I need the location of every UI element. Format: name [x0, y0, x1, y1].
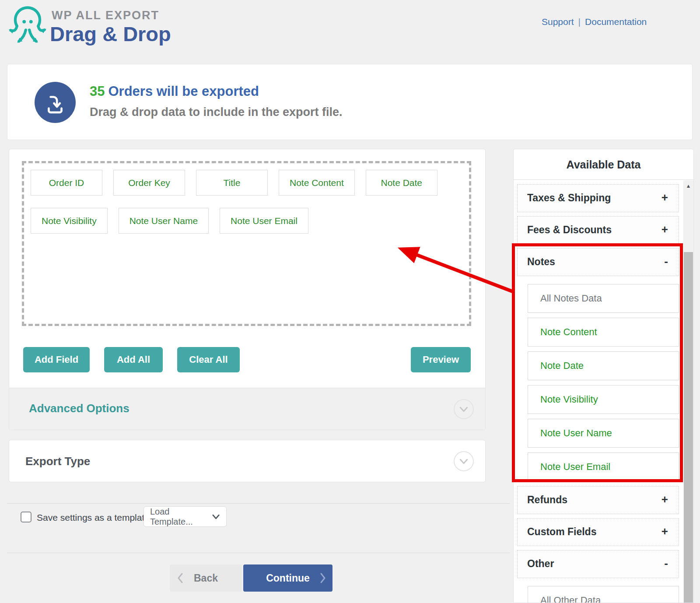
chevron-down-icon: [212, 514, 220, 520]
link-separator: |: [578, 17, 581, 27]
chevron-down-icon: [455, 452, 473, 471]
support-link[interactable]: Support: [542, 17, 574, 27]
collapse-toggle[interactable]: -: [664, 255, 668, 268]
group-label: Other: [527, 558, 554, 570]
scrollbar-thumb[interactable]: [684, 252, 693, 603]
add-all-button[interactable]: Add All: [104, 347, 163, 372]
field-item-label: All Notes Data: [540, 293, 602, 304]
other-items: All Other Data: [517, 586, 679, 603]
field-item-label: Note Date: [540, 360, 584, 372]
field-item-note-content[interactable]: Note Content: [528, 318, 679, 347]
export-type-expand-button[interactable]: [454, 451, 474, 471]
download-icon-circle: [35, 82, 76, 123]
field-item-note-user-name[interactable]: Note User Name: [528, 419, 679, 448]
field-chip[interactable]: Order Key: [113, 170, 185, 196]
load-template-value: Load Template...: [150, 507, 212, 527]
available-data-title: Available Data: [514, 149, 693, 180]
field-item-label: Note User Email: [540, 461, 610, 473]
field-chip[interactable]: Note User Email: [220, 208, 308, 234]
field-builder-card: Order ID Order Key Title Note Content No…: [9, 149, 486, 430]
header-links: Support | Documentation: [542, 17, 647, 27]
export-summary-banner: 35Orders will be exported Drag & drop da…: [7, 64, 693, 140]
group-taxes-shipping[interactable]: Taxes & Shipping +: [517, 184, 679, 212]
clear-all-button[interactable]: Clear All: [177, 347, 240, 372]
field-chip[interactable]: Note Date: [366, 170, 438, 196]
field-item-label: Note Visibility: [540, 394, 598, 405]
scroll-up-icon[interactable]: ▲: [683, 180, 693, 192]
field-item-all-notes-data[interactable]: All Notes Data: [528, 284, 679, 313]
group-label: Fees & Discounts: [527, 224, 612, 236]
wp-all-export-page: { "header": { "brand": "WP ALL EXPORT", …: [0, 0, 700, 603]
group-label: Taxes & Shipping: [527, 192, 611, 204]
field-item-note-visibility[interactable]: Note Visibility: [528, 385, 679, 414]
add-field-button[interactable]: Add Field: [23, 347, 90, 372]
field-chip[interactable]: Order ID: [31, 170, 102, 196]
available-data-list: Taxes & Shipping + Fees & Discounts + No…: [517, 184, 679, 603]
group-custom-fields[interactable]: Custom Fields +: [517, 518, 679, 546]
export-headline-text: Orders will be exported: [108, 84, 259, 99]
group-notes[interactable]: Notes -: [517, 248, 679, 276]
export-count-headline: 35Orders will be exported: [90, 84, 259, 99]
field-item-label: Note Content: [540, 326, 597, 338]
brand-name: WP ALL EXPORT: [52, 9, 159, 22]
divider: [7, 503, 510, 504]
field-item-note-user-email[interactable]: Note User Email: [528, 452, 679, 481]
save-template-checkbox[interactable]: [21, 512, 32, 522]
export-subtitle: Drag & drop data to include in the expor…: [90, 105, 343, 119]
group-label: Refunds: [527, 494, 567, 506]
field-chip[interactable]: Note Content: [279, 170, 355, 196]
back-button-label: Back: [194, 572, 218, 584]
expand-toggle[interactable]: +: [662, 223, 668, 236]
expand-toggle[interactable]: +: [662, 525, 668, 538]
export-type-label: Export Type: [25, 455, 90, 468]
advanced-options-label: Advanced Options: [29, 402, 130, 415]
page-title: Drag & Drop: [50, 22, 171, 46]
field-item-label: All Other Data: [540, 595, 601, 603]
group-label: Custom Fields: [527, 526, 596, 538]
chevron-down-icon: [455, 400, 473, 419]
continue-button-label: Continue: [266, 572, 310, 584]
load-template-dropdown[interactable]: Load Template...: [144, 506, 227, 527]
advanced-options-expand-button[interactable]: [454, 399, 474, 419]
chevron-left-icon: [177, 572, 184, 584]
notes-items: All Notes Data Note Content Note Date No…: [517, 284, 679, 481]
preview-button[interactable]: Preview: [411, 347, 471, 372]
collapse-toggle[interactable]: -: [664, 557, 668, 570]
group-fees-discounts[interactable]: Fees & Discounts +: [517, 216, 679, 244]
back-button[interactable]: Back: [170, 564, 242, 592]
field-chip[interactable]: Note User Name: [119, 208, 209, 234]
export-count: 35: [90, 84, 105, 99]
download-icon: [44, 91, 66, 114]
sidebar-scrollbar[interactable]: ▲: [683, 180, 693, 603]
group-label: Notes: [527, 256, 555, 268]
chevron-right-icon: [319, 572, 326, 584]
group-other[interactable]: Other -: [517, 550, 679, 578]
group-refunds[interactable]: Refunds +: [517, 486, 679, 514]
field-item-note-date[interactable]: Note Date: [528, 351, 679, 380]
available-data-panel: Available Data Taxes & Shipping + Fees &…: [513, 149, 694, 603]
field-chip[interactable]: Note Visibility: [31, 208, 108, 234]
expand-toggle[interactable]: +: [662, 493, 668, 506]
octopus-logo-icon: [7, 4, 48, 49]
advanced-options-section[interactable]: Advanced Options: [9, 388, 485, 430]
divider: [7, 553, 510, 553]
field-item-all-other-data[interactable]: All Other Data: [528, 586, 679, 603]
save-template-label: Save settings as a template: [37, 512, 150, 523]
expand-toggle[interactable]: +: [662, 191, 668, 204]
drop-zone[interactable]: Order ID Order Key Title Note Content No…: [22, 161, 471, 326]
field-item-label: Note User Name: [540, 428, 612, 439]
export-type-section[interactable]: Export Type: [9, 440, 486, 482]
field-chip[interactable]: Title: [196, 170, 268, 196]
documentation-link[interactable]: Documentation: [585, 17, 647, 27]
continue-button[interactable]: Continue: [243, 564, 332, 592]
